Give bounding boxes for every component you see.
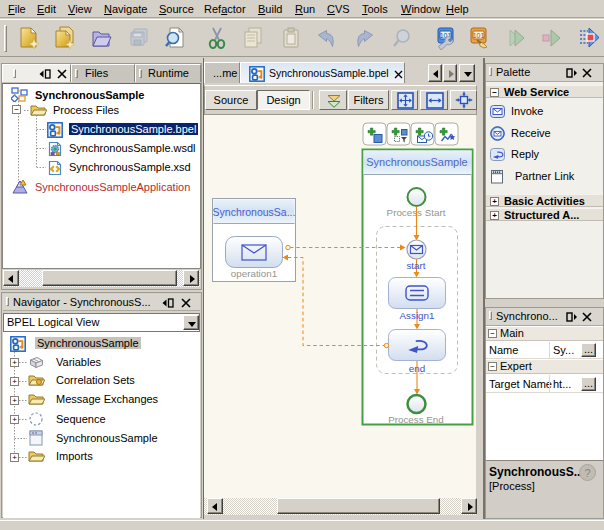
svg-text:SynchronousSa...: SynchronousSa... — [213, 206, 296, 218]
svg-text:start: start — [406, 260, 425, 271]
svg-text:Assign1: Assign1 — [400, 310, 435, 321]
svg-text:operation1: operation1 — [231, 268, 277, 279]
svg-text:end: end — [409, 363, 425, 374]
svg-text:Process End: Process End — [388, 414, 444, 425]
svg-text:SynchronousSample: SynchronousSample — [366, 156, 468, 168]
svg-text:101: 101 — [473, 32, 485, 39]
